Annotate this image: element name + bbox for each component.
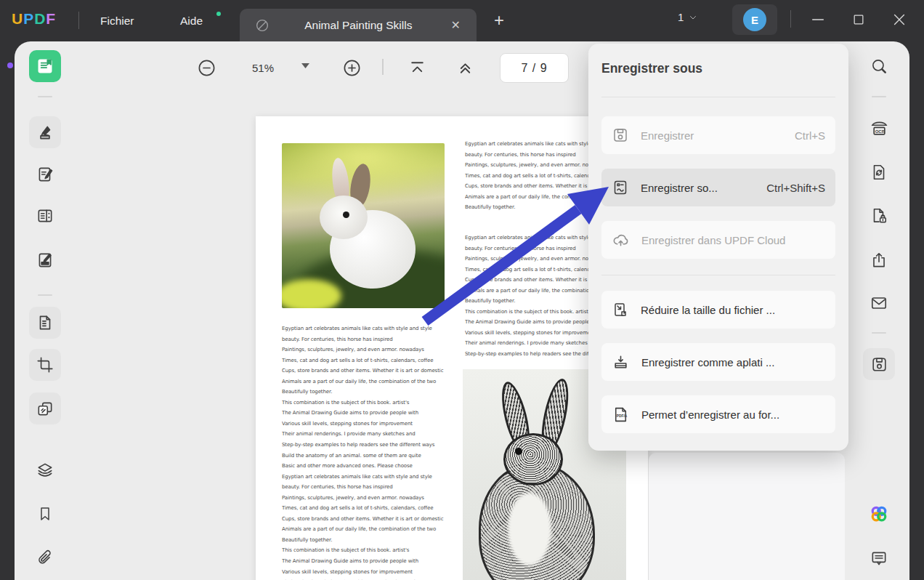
sidebar-item-edit[interactable] <box>29 158 61 190</box>
menu-item-flatten[interactable]: Enregistrer comme aplati ... <box>601 343 835 381</box>
save-floppy-icon <box>870 355 888 374</box>
convert-icon <box>870 163 888 182</box>
sidebar-item-organize[interactable] <box>29 200 61 232</box>
watermark-icon <box>36 399 54 418</box>
sidebar-item-sign[interactable] <box>29 244 61 276</box>
minimize-button[interactable] <box>803 9 832 31</box>
sidebar-item-crop[interactable] <box>29 349 61 381</box>
mail-icon <box>870 294 888 313</box>
zoom-out-button[interactable] <box>196 57 216 78</box>
share-icon <box>870 251 888 270</box>
menu-item-pdfa[interactable]: PDF/A Permet d’enregistrer au for... <box>601 395 835 433</box>
text-line: Beautifully together. <box>282 389 471 400</box>
divider <box>78 12 79 29</box>
rabbit-photo <box>282 143 445 308</box>
sidebar-item-ocr[interactable]: OCR <box>863 112 895 144</box>
open-doc-count: 1 <box>678 11 684 23</box>
rabbit-eye <box>343 212 349 218</box>
ai-assistant-icon <box>868 503 890 525</box>
text-line: Egyptian art celebrates animals like cat… <box>282 326 471 337</box>
sidebar-item-convert[interactable] <box>863 156 895 188</box>
updf-logo: UPDF <box>12 10 56 28</box>
go-to-top-button[interactable] <box>407 57 427 78</box>
secondary-panel <box>649 453 845 580</box>
menu-item-reduce-size[interactable]: Réduire la taille du fichier ... <box>601 291 835 329</box>
menu-item-label: Réduire la taille du fichier ... <box>641 304 814 316</box>
zoom-level[interactable]: 51% <box>248 62 277 74</box>
sidebar-item-mail[interactable] <box>863 287 895 319</box>
updf-window: UPDF Fichier Aide Animal Painting Skills… <box>0 0 924 580</box>
highlighter-icon <box>36 123 54 142</box>
menu-item-label: Enregistrer dans UPDF Cloud <box>641 234 814 246</box>
readonly-mode-icon <box>254 17 270 33</box>
menu-item-label: Enregistrer so... <box>641 182 755 194</box>
sidebar-item-search[interactable] <box>863 50 895 82</box>
feedback-comment-icon <box>870 549 888 568</box>
paperclip-icon <box>36 549 54 568</box>
text-line: beauty. For centuries, this horse has in… <box>282 484 471 495</box>
text-line: This combination is the subject of this … <box>282 400 471 411</box>
text-line: Step-by-step examples to help readers se… <box>282 442 471 453</box>
open-documents-dropdown[interactable]: 1 <box>678 11 697 23</box>
sketch-head <box>503 433 563 486</box>
text-line: Paintings, sculptures, jewelry, and even… <box>282 495 471 506</box>
zoom-in-button[interactable] <box>341 57 362 78</box>
sidebar-item-share[interactable] <box>863 244 895 276</box>
menu-fichier[interactable]: Fichier <box>93 12 142 31</box>
pdfa-icon: PDF/A <box>612 406 630 424</box>
account-button[interactable]: E <box>732 4 777 35</box>
divider <box>872 96 886 97</box>
text-line: Egyptian art celebrates animals like cat… <box>282 474 471 485</box>
page-indicator[interactable]: 7 / 9 <box>500 53 569 83</box>
new-tab-button[interactable]: + <box>488 10 510 31</box>
menu-aide[interactable]: Aide <box>173 12 210 31</box>
sidebar-item-layers[interactable] <box>29 454 61 486</box>
zoom-dropdown-caret[interactable] <box>301 63 309 69</box>
sidebar-item-ai-assistant[interactable] <box>863 498 895 530</box>
flatten-icon <box>612 353 630 371</box>
text-line: The Animal Drawing Guide aims to provide… <box>282 410 471 421</box>
protect-lock-icon <box>870 206 888 225</box>
edit-page-icon <box>36 165 54 184</box>
divider <box>382 59 384 75</box>
sidebar-item-bookmark[interactable] <box>29 498 61 530</box>
text-line: Basic and other more advanced ones. Plea… <box>282 463 471 474</box>
menu-item-updf-cloud: Enregistrer dans UPDF Cloud <box>601 221 835 259</box>
save-as-icon <box>612 179 629 196</box>
text-line: Various skill levels, stepping stones fo… <box>282 569 471 580</box>
text-line: Paintings, sculptures, jewelry, and even… <box>282 347 471 358</box>
menu-item-enregistrer-sous[interactable]: Enregistrer so... Ctrl+Shift+S <box>601 169 835 206</box>
divider <box>38 294 52 296</box>
workspace: 51% 7 / 9 <box>15 41 909 580</box>
text-line: Times, cat and dog art sells a lot of t-… <box>282 505 471 516</box>
sidebar-item-annotate[interactable] <box>29 116 61 148</box>
document-tab[interactable]: Animal Painting Skills ✕ <box>240 9 477 41</box>
sidebar-item-watermark[interactable] <box>29 392 61 424</box>
notification-dot <box>7 63 13 68</box>
close-button[interactable] <box>885 9 914 31</box>
text-line: Cups, store brands and other items. Whet… <box>282 368 471 379</box>
chevron-down-icon <box>689 13 697 22</box>
text-line: Animals are a part of our daily life, th… <box>282 526 471 537</box>
menu-item-label: Permet d’enregistrer au for... <box>641 408 814 421</box>
avatar: E <box>743 8 766 31</box>
organize-pages-icon <box>36 206 54 225</box>
tab-close-icon[interactable]: ✕ <box>447 17 465 33</box>
crop-icon <box>36 355 54 374</box>
divider <box>872 332 886 334</box>
sidebar-item-protect[interactable] <box>863 200 895 232</box>
maximize-button[interactable] <box>844 9 873 31</box>
previous-page-button[interactable] <box>455 57 475 78</box>
sidebar-item-feedback[interactable] <box>863 542 895 574</box>
sidebar-item-attachment[interactable] <box>29 542 61 574</box>
reader-icon <box>36 57 54 76</box>
text-line: Cups, store brands and other items. Whet… <box>282 516 471 527</box>
sidebar-item-pages[interactable] <box>29 307 61 339</box>
text-line: Times, cat and dog art sells a lot of t-… <box>282 358 471 368</box>
left-column-text: Egyptian art celebrates animals like cat… <box>282 326 471 580</box>
sketch-chest <box>508 493 551 565</box>
sidebar-item-save[interactable] <box>863 348 895 380</box>
divider <box>601 97 835 97</box>
text-line: Build the anatomy of an animal. some of … <box>282 453 471 464</box>
sidebar-item-reader[interactable] <box>29 50 61 82</box>
